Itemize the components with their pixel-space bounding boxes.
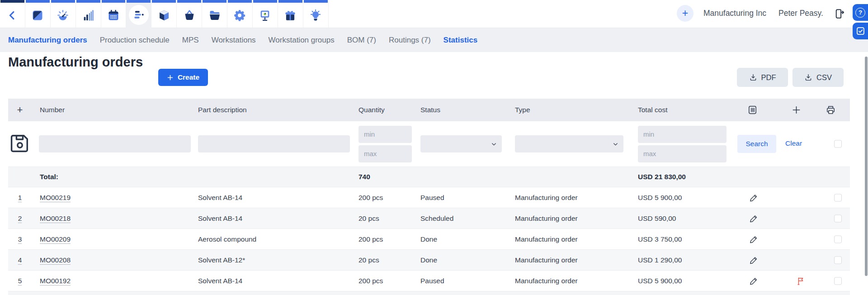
company-name[interactable]: Manufacturing Inc (703, 9, 766, 18)
documents-icon[interactable] (202, 0, 227, 28)
row-index-link[interactable]: 1 (18, 194, 22, 201)
quantity-max-input[interactable] (359, 145, 412, 162)
next-row-edge (8, 291, 850, 295)
total-cost-cell: USD 3 750,00 (638, 235, 734, 243)
part-description-filter-input[interactable] (198, 135, 350, 152)
order-number-link[interactable]: MO00219 (40, 194, 71, 201)
question-icon: ? (855, 8, 865, 18)
order-number-link[interactable]: MO00218 (40, 214, 71, 222)
select-all-checkbox[interactable] (834, 140, 842, 148)
row-checkbox[interactable] (834, 214, 842, 222)
add-column-icon[interactable] (791, 105, 802, 115)
row-checkbox[interactable] (834, 194, 842, 201)
edit-pencil-icon[interactable] (749, 255, 759, 265)
topbar-strip (278, 0, 302, 3)
edit-pencil-icon[interactable] (749, 276, 759, 285)
filter-row: Search Clear (8, 121, 850, 167)
row-checkbox[interactable] (834, 277, 842, 285)
status-filter-select[interactable] (420, 135, 502, 152)
back-icon[interactable] (0, 0, 25, 28)
col-header-quantity[interactable]: Quantity (359, 106, 420, 114)
topbar-strip (177, 0, 201, 3)
marketing-icon[interactable] (253, 0, 278, 28)
order-number-link[interactable]: MO00209 (40, 235, 71, 243)
tab-production-schedule[interactable]: Production schedule (100, 36, 170, 45)
row-index-link[interactable]: 3 (18, 235, 22, 243)
plus-icon: + (682, 7, 688, 19)
vertical-scrollbar[interactable] (865, 57, 868, 276)
col-header-type[interactable]: Type (515, 106, 638, 114)
total-quantity: 740 (359, 173, 420, 181)
row-index-link[interactable]: 2 (18, 214, 22, 222)
statistics-icon[interactable] (76, 0, 101, 28)
quantity-cell: 20 pcs (359, 214, 420, 223)
orders-table: + Number Part description Quantity Statu… (8, 99, 850, 295)
topbar-strip (304, 0, 328, 3)
table-row: 1MO00219Solvent AB-14200 pcsPausedManufa… (8, 187, 850, 208)
expand-all-icon[interactable]: + (17, 104, 23, 115)
number-filter-input[interactable] (39, 135, 191, 152)
ideas-icon[interactable] (303, 0, 329, 28)
stock-icon[interactable] (151, 0, 177, 28)
topbar-strip (102, 0, 126, 3)
dashboard-icon[interactable] (51, 0, 76, 28)
edit-pencil-icon[interactable] (749, 214, 759, 223)
col-header-part-description[interactable]: Part description (198, 106, 359, 114)
order-number-link[interactable]: MO00192 (40, 277, 71, 285)
procurement-icon[interactable] (177, 0, 202, 28)
tab-workstations[interactable]: Workstations (212, 36, 256, 45)
tab-manufacturing-orders[interactable]: Manufacturing orders (8, 36, 87, 45)
print-icon[interactable] (826, 105, 836, 115)
total-cost-cell: USD 5 900,00 (638, 194, 734, 202)
row-checkbox[interactable] (834, 256, 842, 264)
help-button[interactable]: ? (853, 4, 868, 21)
logout-icon[interactable] (833, 8, 845, 20)
user-name[interactable]: Peter Peasy. (778, 9, 823, 18)
clear-filters-link[interactable]: Clear (785, 139, 802, 148)
type-filter-select[interactable] (515, 135, 623, 152)
settings-icon[interactable] (227, 0, 253, 28)
status-cell: Done (420, 256, 515, 264)
pdf-export-button[interactable]: PDF (737, 68, 788, 87)
save-filter-icon[interactable] (8, 148, 32, 156)
type-cell: Manufacturing order (515, 256, 638, 264)
table-row: 2MO00218Solvent AB-1420 pcsScheduledManu… (8, 208, 850, 228)
topbar-right: + Manufacturing Inc Peter Peasy. (674, 0, 854, 28)
col-header-number[interactable]: Number (32, 106, 198, 114)
quick-add-button[interactable]: + (677, 5, 693, 22)
quantity-cell: 20 pcs (359, 256, 420, 264)
rewards-icon[interactable] (278, 0, 303, 28)
production-planning-icon[interactable] (126, 0, 151, 28)
total-cost-min-input[interactable] (638, 126, 726, 143)
topbar-strip (253, 0, 277, 3)
row-checkbox[interactable] (834, 235, 842, 243)
status-cell: Done (420, 235, 515, 243)
total-cost-cell: USD 5 900,00 (638, 277, 734, 285)
row-index-link[interactable]: 5 (18, 277, 22, 285)
col-header-status[interactable]: Status (420, 106, 515, 114)
tab-routings-7[interactable]: Routings (7) (389, 36, 431, 45)
quantity-min-input[interactable] (359, 126, 412, 143)
topbar-strip (51, 0, 75, 3)
row-index-link[interactable]: 4 (18, 256, 22, 264)
order-number-link[interactable]: MO00208 (40, 256, 71, 264)
tab-statistics[interactable]: Statistics (443, 36, 478, 45)
calendar-icon[interactable] (101, 0, 127, 28)
tab-mps[interactable]: MPS (182, 36, 199, 45)
search-button[interactable]: Search (737, 135, 776, 153)
status-cell: Paused (420, 194, 515, 202)
tab-workstation-groups[interactable]: Workstation groups (269, 36, 335, 45)
create-button[interactable]: Create (158, 69, 208, 86)
total-cost-max-input[interactable] (638, 145, 726, 162)
columns-settings-icon[interactable] (747, 105, 758, 115)
checkbox-check-icon (856, 26, 865, 36)
app-logo-icon[interactable] (25, 0, 51, 28)
csv-export-button[interactable]: CSV (793, 68, 844, 87)
col-header-total-cost[interactable]: Total cost (638, 106, 734, 114)
edit-pencil-icon[interactable] (749, 193, 759, 202)
tasks-button[interactable] (853, 23, 868, 39)
flag-icon[interactable] (796, 276, 806, 285)
tab-bom-7[interactable]: BOM (7) (347, 36, 376, 45)
edit-pencil-icon[interactable] (749, 234, 759, 244)
type-cell: Manufacturing order (515, 194, 638, 202)
